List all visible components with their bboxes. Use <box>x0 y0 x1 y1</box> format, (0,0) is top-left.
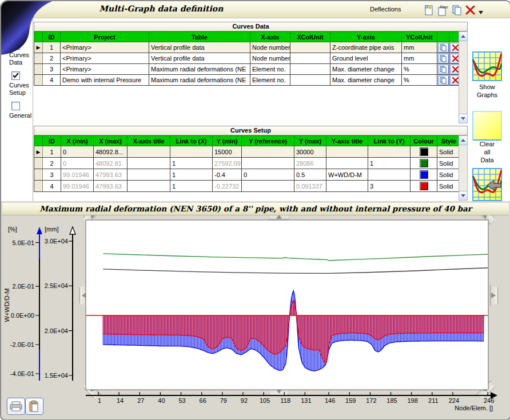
table-row[interactable]: 2<Primary>Vertical profile dataNode numb… <box>34 53 461 64</box>
cell[interactable] <box>128 169 170 181</box>
cell[interactable]: 47993.63 <box>94 169 128 181</box>
cell[interactable]: <Primary> <box>61 42 149 53</box>
table-row[interactable]: ▶1048092.8...1500030000Solid <box>34 146 461 158</box>
copy-to-clipboard-button[interactable] <box>25 398 43 415</box>
cell[interactable]: Maximum radial deformations (NE <box>149 64 250 75</box>
checkbox-curves-setup[interactable] <box>11 71 20 80</box>
cell[interactable] <box>242 146 294 158</box>
cell[interactable]: <Primary> <box>61 53 149 64</box>
cell[interactable]: 1 <box>170 169 213 181</box>
cell[interactable]: 15000 <box>213 146 242 158</box>
cell[interactable]: 30000 <box>294 146 326 158</box>
graph-pointer-button[interactable] <box>472 168 502 198</box>
cell[interactable]: -0.4 <box>213 169 242 181</box>
cell[interactable]: 1 <box>43 146 61 158</box>
toolbar-dropdown-icon[interactable] <box>478 7 490 19</box>
copy-row-button[interactable] <box>437 42 449 53</box>
cell[interactable]: 1 <box>170 181 213 192</box>
cell[interactable] <box>290 42 330 53</box>
cell[interactable] <box>290 64 330 75</box>
cell[interactable] <box>368 169 411 181</box>
style-cell[interactable]: Solid <box>437 181 461 192</box>
cell[interactable]: 0.5 <box>294 169 326 181</box>
colour-cell[interactable] <box>411 169 437 181</box>
row-selector[interactable] <box>34 53 43 64</box>
copy-row-button[interactable] <box>437 53 449 64</box>
colour-swatch[interactable] <box>420 147 428 156</box>
cell[interactable]: 2 <box>43 53 61 64</box>
new-graph-set-icon[interactable]: ★ <box>423 4 435 16</box>
copy-row-button[interactable] <box>437 75 449 86</box>
cell[interactable]: 27592.09 <box>213 158 242 169</box>
colour-swatch[interactable] <box>420 182 428 190</box>
cell[interactable]: % <box>402 64 437 75</box>
row-selector[interactable] <box>34 158 43 169</box>
colour-cell[interactable] <box>411 181 437 192</box>
show-graphs-button[interactable] <box>472 51 502 81</box>
row-selector[interactable]: ▶ <box>34 42 43 53</box>
table-row[interactable]: 499.0194647993.631-0.227320.0913373Solid <box>34 181 461 192</box>
rename-graph-set-icon[interactable]: Ren <box>436 4 448 16</box>
cell[interactable] <box>368 146 411 158</box>
curves-data-scroll-down[interactable] <box>459 114 468 123</box>
cell[interactable] <box>170 146 213 158</box>
cell[interactable]: 99.01946 <box>61 169 94 181</box>
cell[interactable] <box>290 75 330 86</box>
cell[interactable] <box>326 146 368 158</box>
row-selector[interactable] <box>34 169 43 181</box>
delete-graph-set-icon[interactable] <box>464 4 476 16</box>
row-selector[interactable] <box>34 64 43 75</box>
cell[interactable]: W+WD/D-M <box>326 169 368 181</box>
style-cell[interactable]: Solid <box>437 158 461 169</box>
curves-setup-scroll-down[interactable] <box>459 191 468 201</box>
cell[interactable]: Vertical profile data <box>149 53 250 64</box>
cell[interactable]: Z-coordinate pipe axis <box>330 42 402 53</box>
cell[interactable]: Max. diameter change <box>330 75 402 86</box>
colour-swatch[interactable] <box>420 170 428 179</box>
table-row[interactable]: 2048092.81127592.09280861Solid <box>34 158 461 169</box>
table-row[interactable]: 3<Primary>Maximum radial deformations (N… <box>34 64 461 75</box>
cell[interactable]: 4 <box>43 181 61 192</box>
cell[interactable]: 0 <box>242 169 294 181</box>
row-selector[interactable] <box>34 181 43 192</box>
checkbox-general[interactable] <box>11 102 20 110</box>
cell[interactable] <box>326 181 368 192</box>
cell[interactable]: 1 <box>170 158 213 169</box>
cell[interactable]: -0.22732 <box>213 181 242 192</box>
cell[interactable]: Max. diameter change <box>330 64 402 75</box>
chart-plot[interactable]: 5.0E-012.0E-010.0E+00-2.0E-01-4.0E-013.0… <box>1 202 510 420</box>
cell[interactable]: 3 <box>368 181 411 192</box>
cell[interactable]: mm <box>402 42 437 53</box>
style-cell[interactable]: Solid <box>437 146 461 158</box>
cell[interactable]: 28086 <box>294 158 326 169</box>
table-row[interactable]: 399.0194647993.631-0.400.5W+WD/D-MSolid <box>34 169 461 181</box>
colour-cell[interactable] <box>411 146 437 158</box>
cell[interactable]: 0 <box>61 158 94 169</box>
cell[interactable]: 48092.8... <box>94 146 128 158</box>
row-selector[interactable] <box>34 75 43 86</box>
cell[interactable]: Maximum radial deformations (NE <box>149 75 250 86</box>
copy-row-button[interactable] <box>437 64 449 75</box>
copy-icon[interactable] <box>438 65 449 74</box>
copy-icon[interactable] <box>438 43 449 53</box>
colour-swatch[interactable] <box>420 159 428 167</box>
curves-data-scroll-up[interactable] <box>459 31 468 41</box>
clear-all-data-button[interactable] <box>472 111 502 141</box>
cell[interactable]: 0 <box>61 146 94 158</box>
cell[interactable] <box>326 158 368 169</box>
cell[interactable]: Vertical profile data <box>149 42 250 53</box>
cell[interactable] <box>128 146 170 158</box>
copy-icon[interactable] <box>438 75 449 85</box>
cell[interactable]: <Primary> <box>61 64 149 75</box>
cell[interactable]: mm <box>402 53 437 64</box>
cell[interactable]: 4 <box>43 75 61 86</box>
colour-cell[interactable] <box>411 158 437 169</box>
cell[interactable]: 48092.81 <box>94 158 128 169</box>
cell[interactable]: 3 <box>43 169 61 181</box>
cell[interactable]: Ground level <box>330 53 402 64</box>
cell[interactable]: Element no. <box>250 64 290 75</box>
graph-set-name[interactable]: Deflections <box>370 6 401 13</box>
cell[interactable]: 0.091337 <box>294 181 326 192</box>
cell[interactable]: 2 <box>43 158 61 169</box>
row-selector[interactable]: ▶ <box>34 146 43 158</box>
